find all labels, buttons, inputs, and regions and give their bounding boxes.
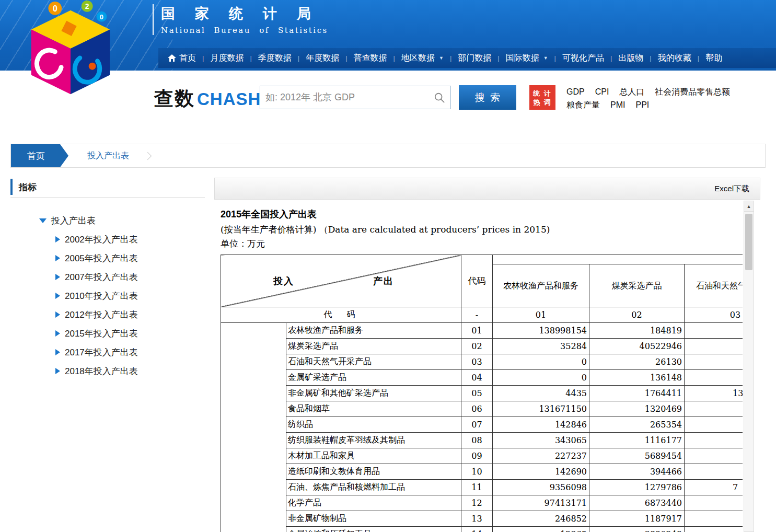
code-row-01: 01	[493, 307, 589, 323]
table-row: 金属矿采选产品040136148	[221, 370, 743, 386]
table-row: 化学产品12974131716873440	[221, 495, 743, 511]
sidebar-item-2010[interactable]: 2010年投入产出表	[10, 286, 205, 305]
nav-item-9[interactable]: 出版物	[612, 53, 650, 64]
row-label: 石油、炼焦产品和核燃料加工品	[286, 480, 461, 495]
sidebar-item-2018[interactable]: 2018年投入产出表	[10, 362, 205, 380]
value-col03	[685, 339, 743, 354]
nav-item-5[interactable]: 地区数据▼	[395, 53, 450, 64]
sidebar-item-label: 2010年投入产出表	[65, 290, 138, 302]
svg-text:2: 2	[85, 2, 89, 10]
hot-badge-line1: 统 计	[533, 89, 552, 98]
hot-word[interactable]: CPI	[595, 85, 609, 98]
hot-word[interactable]: 总人口	[619, 85, 644, 98]
value-col03	[685, 495, 743, 511]
sidebar-item-2012[interactable]: 2012年投入产出表	[10, 305, 205, 324]
nav-item-label: 出版物	[618, 53, 643, 64]
value-col01: 343065	[493, 433, 589, 448]
value-col02: 394466	[589, 464, 685, 480]
value-col01: 138998154	[493, 323, 589, 339]
value-col03: 7	[685, 480, 743, 495]
nav-item-7[interactable]: 国际数据▼	[500, 53, 554, 64]
sidebar-item-label: 2007年投入产出表	[65, 271, 138, 283]
row-code: 12	[461, 495, 493, 511]
nav-item-11[interactable]: 帮助	[699, 53, 728, 64]
value-col03	[685, 354, 743, 370]
svg-text:0: 0	[53, 4, 57, 13]
row-code: 13	[461, 511, 493, 527]
sidebar-item-2002[interactable]: 2002年投入产出表	[10, 230, 205, 249]
value-col02: 136148	[589, 370, 685, 386]
table-row: 纺织品07142846265354	[221, 417, 743, 433]
sidebar-item-2007[interactable]: 2007年投入产出表	[10, 268, 205, 286]
vertical-scrollbar[interactable]: ▲	[744, 201, 754, 532]
row-label: 纺织品	[286, 417, 461, 433]
nbs-logo: 0 2 0	[14, 0, 128, 103]
value-col03: 13	[685, 386, 743, 401]
nav-item-0[interactable]: 首页	[161, 53, 202, 64]
value-col01: 0	[493, 354, 589, 370]
value-col01: 246852	[493, 511, 589, 527]
nav-item-6[interactable]: 部门数据	[451, 53, 497, 64]
breadcrumb-home[interactable]: 首页	[11, 144, 68, 167]
hot-word[interactable]: 粮食产量	[566, 98, 600, 111]
sidebar-item-2005[interactable]: 2005年投入产出表	[10, 249, 205, 268]
triangle-right-icon	[55, 368, 60, 374]
nav-item-2[interactable]: 季度数据	[252, 53, 298, 64]
io-table-body: 农林牧渔产品和服务01138998154184819煤炭采选产品02352844…	[221, 323, 743, 532]
row-label: 非金属矿物制品	[286, 511, 461, 527]
nav-item-10[interactable]: 我的收藏	[652, 53, 698, 64]
nav-item-4[interactable]: 普查数据	[348, 53, 393, 64]
hot-word[interactable]: GDP	[566, 85, 585, 98]
scroll-up-icon[interactable]: ▲	[744, 201, 754, 212]
home-icon	[168, 54, 176, 62]
top-nav: 首页|月度数据|季度数据|年度数据|普查数据|地区数据▼|部门数据|国际数据▼|…	[158, 48, 776, 68]
hot-word[interactable]: PMI	[610, 98, 625, 111]
row-code: 08	[461, 433, 493, 448]
row-group-cell	[221, 323, 286, 532]
nav-item-8[interactable]: 可视化产品	[556, 53, 610, 64]
table-row: 石油、炼焦产品和核燃料加工品11935609812797867	[221, 480, 743, 495]
value-col01: 142846	[493, 417, 589, 433]
value-col03	[685, 370, 743, 386]
hot-word[interactable]: 社会消费品零售总额	[655, 85, 730, 98]
value-col02: 1187917	[589, 511, 685, 527]
org-name-block: 国家统计局 National Bureau of Statistics	[153, 4, 331, 35]
value-col01: 97413171	[493, 495, 589, 511]
triangle-right-icon	[55, 236, 60, 242]
sidebar-item-2017[interactable]: 2017年投入产出表	[10, 343, 205, 362]
row-code: 06	[461, 401, 493, 417]
hot-word[interactable]: PPI	[635, 98, 649, 111]
row-code: 02	[461, 339, 493, 354]
search-button[interactable]: 搜索	[459, 85, 516, 110]
row-label: 造纸印刷和文教体育用品	[286, 464, 461, 480]
column-header-02: 煤炭采选产品	[589, 264, 685, 307]
nav-item-1[interactable]: 月度数据	[204, 53, 250, 64]
sidebar-item-2015[interactable]: 2015年投入产出表	[10, 324, 205, 343]
hot-words-line1: GDPCPI总人口社会消费品零售总额	[566, 85, 755, 98]
value-col01: 131671150	[493, 401, 589, 417]
sidebar: 指标 投入产出表 2002年投入产出表2005年投入产出表2007年投入产出表2…	[10, 178, 205, 532]
value-col03	[685, 417, 743, 433]
scrollbar-thumb[interactable]	[745, 214, 752, 270]
chevron-right-icon	[144, 152, 152, 160]
search-input[interactable]	[260, 92, 434, 103]
value-col02: 3890248	[589, 527, 685, 532]
excel-download-link[interactable]: Excel下载	[714, 184, 749, 194]
row-label: 金属冶炼和压延加工品	[286, 527, 461, 532]
chevron-down-icon: ▼	[439, 55, 444, 61]
row-label: 金属矿采选产品	[286, 370, 461, 386]
search-box	[260, 86, 451, 109]
breadcrumb-current[interactable]: 投入产出表	[87, 151, 129, 161]
nav-item-label: 地区数据	[401, 53, 435, 64]
unit-label: 单位：万元	[221, 237, 743, 250]
table-row: 农林牧渔产品和服务01138998154184819	[221, 323, 743, 339]
search-icon[interactable]	[434, 92, 445, 103]
table-row: 木材加工品和家具092272375689454	[221, 448, 743, 464]
main-content: Excel下载 2015年全国投入产出表 (按当年生产者价格计算) （Data …	[214, 178, 760, 532]
value-col03	[685, 464, 743, 480]
sidebar-item-io-root[interactable]: 投入产出表	[10, 211, 205, 230]
hot-words-line2: 粮食产量PMIPPI	[566, 98, 755, 111]
io-table: 投入 产出 代码 农林牧渔产品和服务 煤炭采选产品 石油和天然气开采产品 代 码…	[221, 255, 743, 532]
nav-item-3[interactable]: 年度数据	[299, 53, 345, 64]
nav-item-label: 我的收藏	[658, 53, 691, 64]
